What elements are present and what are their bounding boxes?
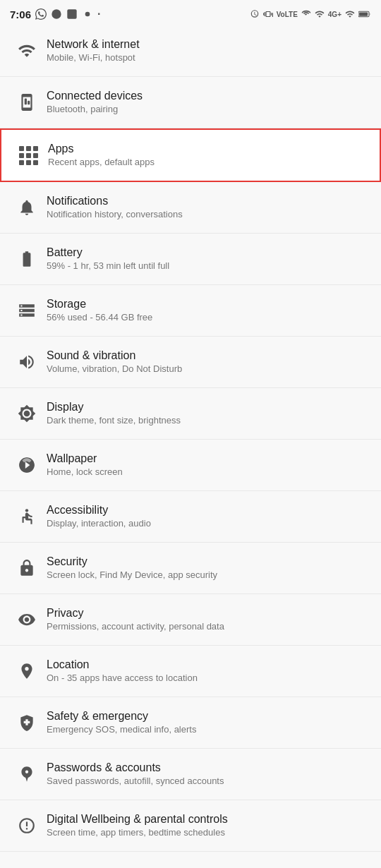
settings-item-accessibility[interactable]: Accessibility Display, interaction, audi… [0,491,381,543]
hotspot-icon [301,9,311,19]
settings-item-passwords[interactable]: Passwords & accounts Saved passwords, au… [0,749,381,800]
security-subtitle: Screen lock, Find My Device, app securit… [47,569,370,581]
wallpaper-subtitle: Home, lock screen [47,466,370,478]
sound-title: Sound & vibration [47,349,370,363]
accessibility-icon [11,501,42,532]
svg-rect-5 [25,99,27,105]
dot-icon: · [97,8,100,20]
storage-subtitle: 56% used - 56.44 GB free [47,312,370,324]
linkedin-icon [66,8,78,20]
settings-item-wellbeing[interactable]: Digital Wellbeing & parental controls Sc… [0,800,381,852]
notifications-subtitle: Notification history, conversations [47,209,370,221]
svg-point-8 [25,509,28,512]
battery-text: Battery 59% - 1 hr, 53 min left until fu… [47,246,370,273]
status-icons: VoLTE 4G+ [250,9,371,19]
alarm-icon [250,9,260,19]
wellbeing-icon [11,810,42,841]
privacy-subtitle: Permissions, account activity, personal … [47,621,370,633]
settings-item-battery[interactable]: Battery 59% - 1 hr, 53 min left until fu… [0,234,381,285]
wallpaper-icon [11,450,42,481]
accessibility-subtitle: Display, interaction, audio [47,518,370,530]
settings-item-wallpaper[interactable]: Wallpaper Home, lock screen [0,440,381,491]
network-icon [11,35,42,66]
display-text: Display Dark theme, font size, brightnes… [47,400,370,428]
safety-text: Safety & emergency Emergency SOS, medica… [47,709,370,737]
security-icon [11,553,42,584]
location-icon [11,656,42,687]
display-subtitle: Dark theme, font size, brightness [47,415,370,427]
settings-item-notifications[interactable]: Notifications Notification history, conv… [0,182,381,234]
safety-icon [11,707,42,738]
display-icon [11,398,42,429]
network-text: Network & internet Mobile, Wi-Fi, hotspo… [47,37,370,65]
network-title: Network & internet [47,37,370,52]
settings-item-security[interactable]: Security Screen lock, Find My Device, ap… [0,543,381,594]
storage-icon [11,295,42,326]
apps-text: Apps Recent apps, default apps [48,142,368,169]
4g-icon: 4G+ [328,11,341,18]
wallpaper-text: Wallpaper Home, lock screen [47,452,370,479]
settings-item-display[interactable]: Display Dark theme, font size, brightnes… [0,388,381,440]
safety-title: Safety & emergency [47,709,370,724]
signal-bars-icon [315,9,325,19]
vibrate-icon [263,9,273,19]
privacy-text: Privacy Permissions, account activity, p… [47,606,370,634]
wellbeing-subtitle: Screen time, app timers, bedtime schedul… [47,827,370,839]
passwords-subtitle: Saved passwords, autofill, synced accoun… [47,776,370,788]
privacy-title: Privacy [47,606,370,621]
settings-item-storage[interactable]: Storage 56% used - 56.44 GB free [0,285,381,337]
svg-rect-6 [28,101,30,104]
settings-item-privacy[interactable]: Privacy Permissions, account activity, p… [0,594,381,646]
display-title: Display [47,400,370,415]
security-text: Security Screen lock, Find My Device, ap… [47,555,370,582]
battery-title: Battery [47,246,370,260]
notifications-icon [11,192,42,223]
notifications-text: Notifications Notification history, conv… [47,194,370,222]
location-text: Location On - 35 apps have access to loc… [47,658,370,685]
settings-item-network[interactable]: Network & internet Mobile, Wi-Fi, hotspo… [0,25,381,77]
storage-title: Storage [47,297,370,312]
connected-text: Connected devices Bluetooth, pairing [47,89,370,116]
status-bar: 7:06 · VoLTE 4G+ [0,0,381,25]
passwords-text: Passwords & accounts Saved passwords, au… [47,761,370,788]
wellbeing-title: Digital Wellbeing & parental controls [47,812,370,827]
security-title: Security [47,555,370,569]
connected-title: Connected devices [47,89,370,104]
sound-subtitle: Volume, vibration, Do Not Disturb [47,363,370,375]
settings-list: Network & internet Mobile, Wi-Fi, hotspo… [0,25,381,852]
apps-title: Apps [48,142,368,157]
sound-icon [11,346,42,378]
apps-dots-grid [19,146,38,165]
passwords-icon [11,759,42,790]
settings-item-sound[interactable]: Sound & vibration Volume, vibration, Do … [0,337,381,388]
settings-item-location[interactable]: Location On - 35 apps have access to loc… [0,646,381,697]
battery-icon [358,10,371,18]
location-subtitle: On - 35 apps have access to location [47,673,370,685]
svg-rect-4 [359,12,368,16]
time-display: 7:06 [10,8,31,20]
accessibility-text: Accessibility Display, interaction, audi… [47,503,370,531]
status-time: 7:06 · [10,8,100,20]
svg-point-2 [85,12,90,17]
settings-item-apps[interactable]: Apps Recent apps, default apps [0,128,381,182]
passwords-title: Passwords & accounts [47,761,370,776]
volte-icon: VoLTE [277,11,298,18]
wellbeing-text: Digital Wellbeing & parental controls Sc… [47,812,370,840]
apps-icon [13,140,44,171]
settings-item-safety[interactable]: Safety & emergency Emergency SOS, medica… [0,697,381,749]
battery-subtitle: 59% - 1 hr, 53 min left until full [47,260,370,272]
wifi-icon [345,9,355,19]
privacy-icon [11,604,42,635]
apps-subtitle: Recent apps, default apps [48,157,368,169]
battery-settings-icon [11,243,42,275]
network-subtitle: Mobile, Wi-Fi, hotspot [47,52,370,64]
settings-item-connected[interactable]: Connected devices Bluetooth, pairing [0,77,381,128]
snapchat-icon [51,8,62,20]
safety-subtitle: Emergency SOS, medical info, alerts [47,724,370,736]
svg-point-0 [52,9,61,18]
storage-text: Storage 56% used - 56.44 GB free [47,297,370,325]
sound-text: Sound & vibration Volume, vibration, Do … [47,349,370,376]
location-title: Location [47,658,370,673]
connected-icon [11,87,42,118]
wallpaper-title: Wallpaper [47,452,370,466]
